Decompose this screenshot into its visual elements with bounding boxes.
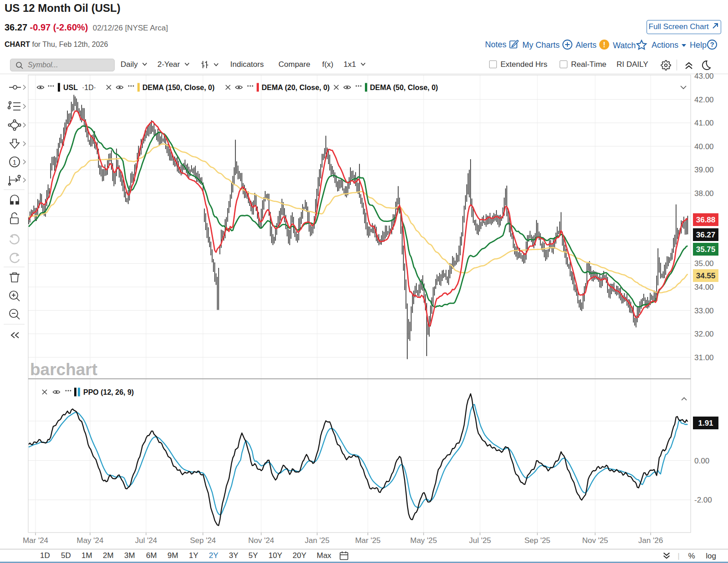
svg-text:DEMA (50, Close, 0): DEMA (50, Close, 0) bbox=[370, 84, 438, 91]
svg-text:1.91: 1.91 bbox=[698, 419, 713, 427]
svg-text:32.00: 32.00 bbox=[694, 330, 714, 338]
svg-text:43.00: 43.00 bbox=[694, 72, 714, 80]
svg-text:USL: USL bbox=[63, 84, 78, 91]
svg-text:0.00: 0.00 bbox=[694, 457, 709, 465]
svg-text:May '25: May '25 bbox=[410, 536, 437, 545]
svg-text:31.00: 31.00 bbox=[694, 353, 714, 362]
svg-text:40.00: 40.00 bbox=[694, 142, 714, 151]
svg-text:Jul '24: Jul '24 bbox=[135, 536, 157, 545]
svg-text:Nov '24: Nov '24 bbox=[248, 536, 274, 545]
svg-text:Nov '25: Nov '25 bbox=[582, 536, 608, 545]
svg-text:Jan '26: Jan '26 bbox=[638, 536, 663, 545]
svg-text:barchart: barchart bbox=[30, 360, 97, 379]
svg-text:42.00: 42.00 bbox=[694, 96, 714, 104]
svg-text:35.00: 35.00 bbox=[694, 259, 714, 268]
svg-text:39.00: 39.00 bbox=[694, 166, 714, 174]
svg-text:41.00: 41.00 bbox=[694, 119, 714, 127]
svg-text:35.75: 35.75 bbox=[696, 245, 716, 254]
svg-text:DEMA (150, Close, 0): DEMA (150, Close, 0) bbox=[142, 84, 215, 91]
svg-text:Sep '24: Sep '24 bbox=[190, 536, 216, 545]
svg-text:38.00: 38.00 bbox=[694, 189, 714, 198]
svg-text:Jan '25: Jan '25 bbox=[305, 536, 329, 545]
svg-text:·1D·: ·1D· bbox=[82, 84, 96, 91]
svg-text:34.55: 34.55 bbox=[696, 271, 716, 280]
svg-text:36.88: 36.88 bbox=[696, 216, 716, 224]
svg-text:34.00: 34.00 bbox=[694, 283, 714, 292]
svg-text:33.00: 33.00 bbox=[694, 307, 714, 315]
svg-text:-2.00: -2.00 bbox=[694, 496, 712, 504]
svg-text:36.27: 36.27 bbox=[696, 231, 716, 239]
svg-text:Sep '25: Sep '25 bbox=[524, 536, 550, 545]
svg-text:May '24: May '24 bbox=[77, 536, 104, 545]
svg-text:PPO (12, 26, 9): PPO (12, 26, 9) bbox=[83, 388, 134, 396]
svg-text:DEMA (20, Close, 0): DEMA (20, Close, 0) bbox=[262, 84, 330, 91]
svg-text:Mar '25: Mar '25 bbox=[355, 536, 380, 545]
svg-text:Mar '24: Mar '24 bbox=[23, 536, 48, 545]
svg-text:1: 1 bbox=[13, 158, 16, 166]
svg-text:Jul '25: Jul '25 bbox=[469, 536, 491, 545]
